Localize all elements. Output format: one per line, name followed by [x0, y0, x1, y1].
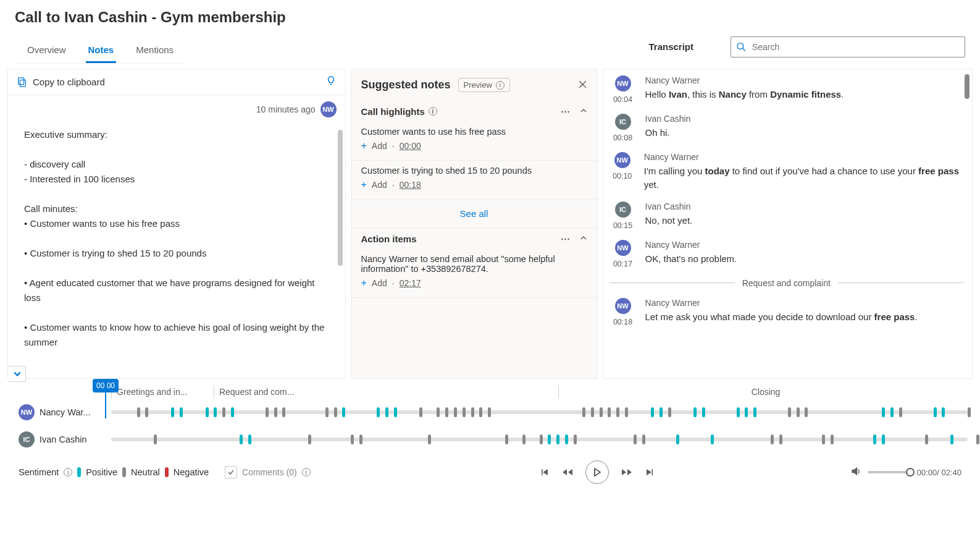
comments-button[interactable]: Comments (0)i — [225, 466, 311, 478]
sentiment-tick[interactable] — [282, 407, 285, 417]
sentiment-tick[interactable] — [634, 435, 637, 444]
sentiment-tick[interactable] — [942, 407, 945, 417]
transcript-scrollbar[interactable] — [965, 74, 970, 99]
sentiment-tick[interactable] — [540, 435, 543, 444]
playhead-line[interactable] — [105, 379, 106, 418]
volume-icon[interactable] — [851, 466, 861, 478]
sentiment-tick[interactable] — [180, 407, 183, 417]
sentiment-tick[interactable] — [154, 435, 157, 444]
sentiment-tick[interactable] — [445, 407, 448, 417]
sentiment-tick[interactable] — [556, 435, 559, 444]
notes-body[interactable]: Executive summary: - discovery call- Int… — [8, 124, 345, 378]
search-field[interactable] — [751, 41, 960, 53]
sentiment-tick[interactable] — [334, 407, 337, 417]
sentiment-tick[interactable] — [616, 407, 619, 417]
tab-mentions[interactable]: Mentions — [133, 41, 176, 63]
sentiment-tick[interactable] — [351, 435, 354, 444]
sentiment-tick[interactable] — [231, 407, 234, 417]
chevron-up-icon[interactable] — [580, 233, 587, 244]
sentiment-tick[interactable] — [600, 407, 603, 417]
tab-notes[interactable]: Notes — [86, 41, 117, 63]
sentiment-tick[interactable] — [137, 407, 140, 417]
more-icon[interactable]: ⋯ — [561, 233, 570, 244]
transcript-row[interactable]: NW00:17Nancy WarnerOK, that's no problem… — [609, 240, 963, 268]
sentiment-tick[interactable] — [266, 407, 269, 417]
sentiment-tick[interactable] — [342, 407, 345, 417]
track-bar[interactable] — [111, 410, 968, 414]
sentiment-tick[interactable] — [565, 435, 568, 444]
sentiment-tick[interactable] — [976, 435, 979, 444]
sentiment-tick[interactable] — [308, 435, 311, 444]
sentiment-tick[interactable] — [608, 407, 611, 417]
volume-slider[interactable] — [868, 471, 911, 473]
see-all-link[interactable]: See all — [351, 200, 597, 228]
sentiment-tick[interactable] — [660, 407, 663, 417]
sentiment-tick[interactable] — [325, 407, 329, 417]
sentiment-tick[interactable] — [171, 407, 174, 417]
sentiment-tick[interactable] — [676, 435, 679, 444]
sentiment-tick[interactable] — [377, 407, 380, 417]
timestamp-link[interactable]: 02:17 — [400, 278, 421, 288]
sentiment-tick[interactable] — [642, 435, 645, 444]
sentiment-tick[interactable] — [548, 435, 551, 444]
sentiment-tick[interactable] — [753, 407, 756, 417]
sentiment-tick[interactable] — [222, 407, 225, 417]
sentiment-tick[interactable] — [488, 407, 491, 417]
sentiment-tick[interactable] — [702, 407, 705, 417]
sentiment-tick[interactable] — [873, 435, 876, 444]
sentiment-tick[interactable] — [214, 407, 217, 417]
forward-icon[interactable] — [621, 467, 632, 477]
timeline-segment[interactable]: Request and com... — [214, 385, 558, 399]
sentiment-tick[interactable] — [882, 435, 885, 444]
info-icon[interactable]: i — [64, 468, 72, 477]
sentiment-tick[interactable] — [454, 407, 457, 417]
sentiment-tick[interactable] — [925, 435, 928, 444]
sentiment-tick[interactable] — [248, 435, 251, 444]
transcript-row[interactable]: NW00:18Nancy WarnerLet me ask you what m… — [609, 298, 963, 326]
timeline-segment[interactable]: Closing — [558, 385, 968, 399]
notes-scrollbar[interactable] — [338, 130, 343, 372]
sentiment-tick[interactable] — [574, 435, 577, 444]
sentiment-tick[interactable] — [822, 435, 825, 444]
sentiment-tick[interactable] — [479, 407, 482, 417]
add-icon[interactable]: + — [361, 179, 367, 190]
sentiment-tick[interactable] — [831, 435, 834, 444]
rewind-icon[interactable] — [562, 467, 573, 477]
sentiment-tick[interactable] — [890, 407, 894, 417]
sentiment-tick[interactable] — [419, 407, 422, 417]
sentiment-tick[interactable] — [591, 407, 594, 417]
sentiment-tick[interactable] — [385, 407, 388, 417]
skip-start-icon[interactable] — [540, 467, 550, 477]
transcript-row[interactable]: IC00:08Ivan CashinOh hi. — [609, 114, 963, 142]
lightbulb-icon[interactable] — [325, 75, 337, 88]
sentiment-tick[interactable] — [651, 407, 654, 417]
sentiment-tick[interactable] — [522, 435, 526, 444]
sentiment-tick[interactable] — [471, 407, 474, 417]
sentiment-tick[interactable] — [934, 407, 937, 417]
sentiment-tick[interactable] — [359, 435, 362, 444]
track-bar[interactable] — [111, 438, 968, 441]
sentiment-tick[interactable] — [145, 407, 148, 417]
add-button[interactable]: Add — [372, 141, 387, 151]
sentiment-tick[interactable] — [805, 407, 808, 417]
transcript-row[interactable]: NW00:10Nancy WarnerI'm calling you today… — [609, 152, 963, 192]
sentiment-tick[interactable] — [693, 407, 697, 417]
sentiment-tick[interactable] — [968, 407, 971, 417]
tab-overview[interactable]: Overview — [25, 41, 69, 63]
add-icon[interactable]: + — [361, 278, 367, 289]
close-icon[interactable] — [578, 80, 587, 91]
timestamp-link[interactable]: 00:18 — [400, 180, 421, 190]
sentiment-tick[interactable] — [437, 407, 440, 417]
sentiment-tick[interactable] — [711, 435, 714, 444]
sentiment-tick[interactable] — [779, 435, 782, 444]
chevron-up-icon[interactable] — [580, 106, 587, 117]
more-icon[interactable]: ⋯ — [561, 106, 570, 117]
info-icon[interactable]: i — [429, 107, 437, 116]
sentiment-tick[interactable] — [899, 407, 902, 417]
skip-end-icon[interactable] — [645, 467, 655, 477]
sentiment-tick[interactable] — [950, 435, 953, 444]
add-button[interactable]: Add — [372, 278, 387, 288]
sentiment-tick[interactable] — [274, 407, 277, 417]
sentiment-tick[interactable] — [206, 407, 209, 417]
preview-badge[interactable]: Previewi — [458, 78, 510, 92]
